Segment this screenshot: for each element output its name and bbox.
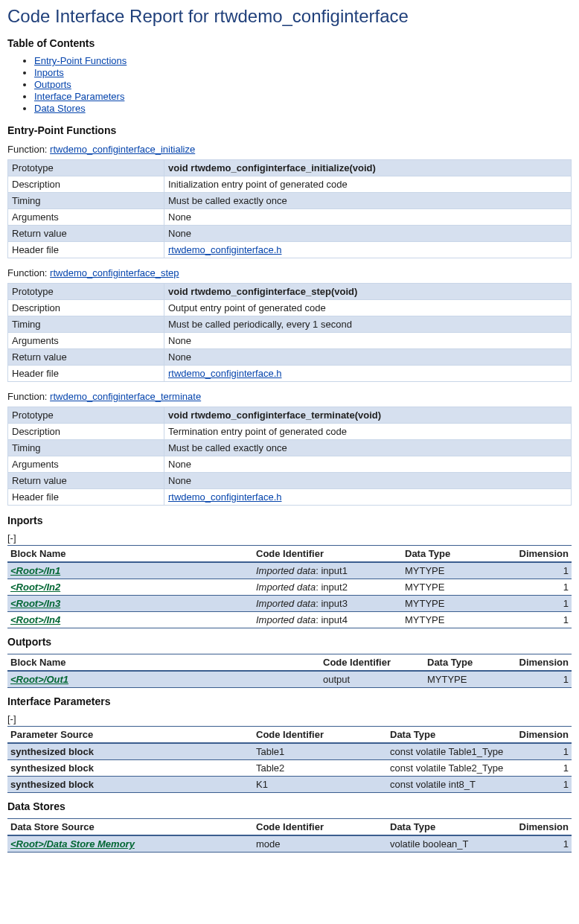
inport-dimension: 1 [512,596,572,612]
inport-dimension: 1 [512,612,572,628]
fn-key-timing: Timing [8,193,164,209]
inport-data-type: MYTYPE [402,612,512,628]
fn-val-prototype: void rtwdemo_configinterface_terminate(v… [164,407,572,424]
fn-val-timing: Must be called exactly once [164,440,572,456]
param-source: synthesized block [7,777,253,793]
outports-table: Block Name Code Identifier Data Type Dim… [7,654,572,688]
table-row: <Root>/Out1 output MYTYPE 1 [7,671,572,688]
table-row: <Root>/In4 Imported data: input4 MYTYPE … [7,612,572,628]
fn-val-arguments: None [164,333,572,349]
param-data-type: const volatile Table2_Type [387,760,512,777]
fn-key-header: Header file [8,366,164,382]
fn-key-arguments: Arguments [8,333,164,349]
inport-code-id: Imported data: input2 [253,579,402,596]
inport-data-type: MYTYPE [402,562,512,579]
outport-data-type: MYTYPE [424,671,512,688]
fn-key-header: Header file [8,242,164,258]
col-block-name: Block Name [7,654,320,672]
fn-val-description: Initialization entry point of generated … [164,176,572,193]
inport-block-link[interactable]: <Root>/In3 [10,598,60,609]
inport-block-link[interactable]: <Root>/In4 [10,614,60,625]
data-store-data-type: volatile boolean_T [387,835,512,853]
collapse-toggle[interactable]: [-] [7,713,572,724]
col-code-id: Code Identifier [253,819,387,836]
inports-table: Block Name Code Identifier Data Type Dim… [7,545,572,628]
function-link-terminate[interactable]: rtwdemo_configinterface_terminate [50,391,201,402]
param-source: synthesized block [7,743,253,760]
param-dimension: 1 [512,777,572,793]
col-code-id: Code Identifier [253,727,387,744]
param-code-id: K1 [253,777,387,793]
param-data-type: const volatile Table1_Type [387,743,512,760]
toc-heading: Table of Contents [7,37,572,49]
function-label: Function: rtwdemo_configinterface_step [7,267,572,278]
fn-val-prototype: void rtwdemo_configinterface_step(void) [164,284,572,300]
col-dimension: Dimension [512,546,572,563]
toc-link-inports[interactable]: Inports [34,67,64,78]
toc-link-interface-parameters[interactable]: Interface Parameters [34,91,124,102]
fn-val-description: Termination entry point of generated cod… [164,424,572,440]
fn-key-arguments: Arguments [8,456,164,473]
col-dimension: Dimension [512,819,572,836]
function-label-prefix: Function: [7,391,50,402]
col-data-type: Data Type [387,819,512,836]
data-stores-heading: Data Stores [7,800,572,812]
inport-code-id: Imported data: input3 [253,596,402,612]
header-file-link[interactable]: rtwdemo_configinterface.h [168,244,281,255]
fn-val-description: Output entry point of generated code [164,300,572,316]
table-row: <Root>/In3 Imported data: input3 MYTYPE … [7,596,572,612]
toc-link-entry-point-functions[interactable]: Entry-Point Functions [34,55,127,66]
header-file-link[interactable]: rtwdemo_configinterface.h [168,491,281,503]
function-link-initialize[interactable]: rtwdemo_configinterface_initialize [50,144,195,155]
outport-block-link[interactable]: <Root>/Out1 [10,674,68,685]
header-file-link[interactable]: rtwdemo_configinterface.h [168,368,281,379]
col-dimension: Dimension [512,654,572,672]
entry-point-functions-heading: Entry-Point Functions [7,124,572,136]
fn-key-arguments: Arguments [8,209,164,226]
data-store-dimension: 1 [512,835,572,853]
table-row: synthesized block Table2 const volatile … [7,760,572,777]
table-row: synthesized block Table1 const volatile … [7,743,572,760]
col-dimension: Dimension [512,727,572,744]
outport-dimension: 1 [512,671,572,688]
table-row: <Root>/Data Store Memory mode volatile b… [7,835,572,853]
fn-val-timing: Must be called periodically, every 1 sec… [164,316,572,333]
inport-block-link[interactable]: <Root>/In2 [10,582,60,593]
col-data-type: Data Type [387,727,512,744]
function-table-terminate: Prototypevoid rtwdemo_configinterface_te… [7,407,572,506]
function-label-prefix: Function: [7,267,50,278]
inport-dimension: 1 [512,579,572,596]
param-dimension: 1 [512,760,572,777]
toc-link-outports[interactable]: Outports [34,79,71,90]
table-row: synthesized block K1 const volatile int8… [7,777,572,793]
fn-val-prototype: void rtwdemo_configinterface_initialize(… [164,160,572,176]
col-code-id: Code Identifier [320,654,424,672]
col-parameter-source: Parameter Source [7,727,253,744]
inport-block-link[interactable]: <Root>/In1 [10,565,60,576]
param-dimension: 1 [512,743,572,760]
function-link-step[interactable]: rtwdemo_configinterface_step [50,267,179,278]
table-row: <Root>/In2 Imported data: input2 MYTYPE … [7,579,572,596]
toc-link-data-stores[interactable]: Data Stores [34,103,86,114]
param-code-id: Table2 [253,760,387,777]
inport-code-id: Imported data: input4 [253,612,402,628]
fn-key-header: Header file [8,489,164,506]
fn-key-description: Description [8,424,164,440]
col-block-name: Block Name [7,546,253,563]
col-code-id: Code Identifier [253,546,402,563]
data-store-source-link[interactable]: <Root>/Data Store Memory [10,838,135,850]
param-source: synthesized block [7,760,253,777]
param-data-type: const volatile int8_T [387,777,512,793]
function-label: Function: rtwdemo_configinterface_termin… [7,391,572,402]
fn-key-prototype: Prototype [8,160,164,176]
fn-val-return: None [164,226,572,242]
interface-parameters-heading: Interface Parameters [7,695,572,707]
col-data-type: Data Type [402,546,512,563]
report-title: Code Interface Report for rtwdemo_config… [7,6,572,27]
fn-key-return: Return value [8,349,164,366]
inport-dimension: 1 [512,562,572,579]
collapse-toggle[interactable]: [-] [7,532,572,544]
fn-val-return: None [164,473,572,489]
data-stores-table: Data Store Source Code Identifier Data T… [7,818,572,853]
fn-key-description: Description [8,176,164,193]
